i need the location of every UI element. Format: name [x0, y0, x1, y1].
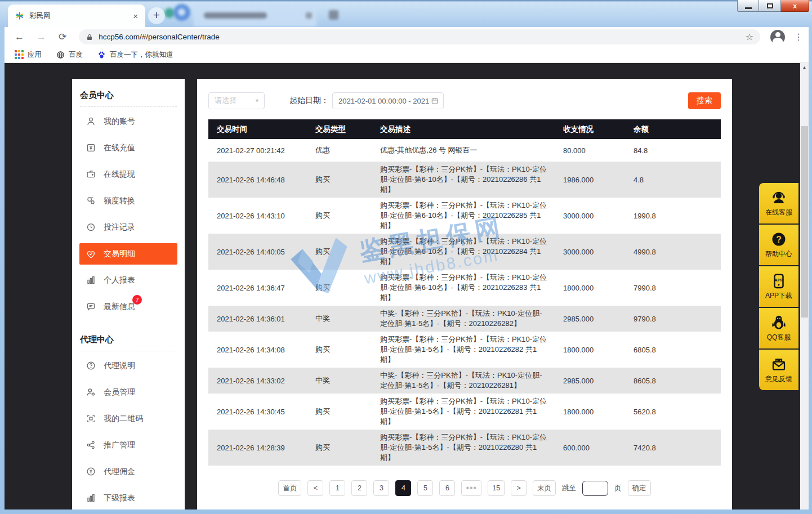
table-row: 2021-02-26 14:28:39 购买 购买彩票-【彩种：三分PK拾】-【…	[208, 430, 721, 466]
sidebar-item-online-recharge[interactable]: 在线充值	[72, 135, 185, 161]
page-first-button[interactable]: 首页	[278, 480, 301, 496]
sidebar-item-latest-news[interactable]: 最新信息 7	[72, 293, 185, 320]
service-app-button[interactable]: APP APP下载	[759, 266, 798, 307]
menu-dots-icon[interactable]: ⋮	[794, 32, 803, 42]
jump-input[interactable]	[582, 481, 608, 496]
page-next-button[interactable]: >	[511, 480, 527, 496]
cell-time: 2021-02-26 14:30:45	[208, 408, 307, 416]
scrollbar[interactable]: ▲	[800, 63, 809, 509]
question-circle-icon	[86, 360, 96, 371]
table-row: 2021-02-26 14:36:47 购买 购买彩票-【彩种：三分PK拾】-【…	[208, 270, 721, 306]
qrcode-icon	[86, 413, 96, 424]
table-row: 2021-02-26 14:34:08 购买 购买彩票-【彩种：三分PK拾】-【…	[208, 332, 721, 368]
cell-balance: 8605.8	[625, 377, 721, 385]
date-label: 起始日期：	[289, 96, 329, 106]
new-tab-button[interactable]: +	[148, 7, 165, 24]
bookmark-baidu[interactable]: 百度	[56, 50, 83, 60]
pagination: 首页 < 1 2 3 4 5 6 ••• 15 > 末页 跳至 页 确定	[197, 480, 732, 496]
envelope-icon	[770, 356, 787, 373]
cell-desc: 购买彩票-【彩种：三分PK拾】-【玩法：PK10-定位胆-定位胆-第6-10名】…	[372, 162, 555, 198]
service-online-button[interactable]: 在线客服	[759, 183, 798, 224]
bookmark-apps[interactable]: 应用	[15, 50, 42, 60]
sidebar-item-promotion-manage[interactable]: 推广管理	[72, 432, 185, 458]
sidebar-item-my-account[interactable]: 我的账号	[72, 108, 185, 135]
bar-chart-icon	[86, 275, 96, 285]
service-panel: 在线客服 ? 帮助中心 APP APP下载 QQ客服 意见反馈	[759, 183, 798, 390]
type-select[interactable]: 请选择 ▼	[208, 92, 265, 109]
cell-time: 2021-02-26 14:28:39	[208, 444, 307, 452]
page-number-button[interactable]: 6	[439, 480, 455, 496]
bookmark-baidu-search[interactable]: 百度一下，你就知道	[97, 50, 173, 60]
address-bar[interactable]: hccp56.com/#/personalCenter/trade ☆	[79, 29, 760, 44]
cell-amount: 1800.000	[555, 346, 625, 354]
sidebar-item-agent-commission[interactable]: 代理佣金	[72, 458, 185, 485]
section-heading-member-center: 会员中心	[72, 79, 185, 101]
page-last-button[interactable]: 末页	[533, 480, 556, 496]
sidebar-item-online-withdraw[interactable]: 在线提现	[72, 161, 185, 187]
cell-time: 2021-02-26 14:34:08	[208, 346, 307, 354]
cell-desc: 购买彩票-【彩种：三分PK拾】-【玩法：PK10-定位胆-定位胆-第1-5名】-…	[372, 332, 555, 368]
cell-type: 中奖	[307, 314, 372, 324]
back-button[interactable]: ←	[15, 32, 24, 43]
sidebar-item-sub-report[interactable]: 下级报表	[72, 485, 185, 509]
page-prev-button[interactable]: <	[307, 480, 323, 496]
divider	[80, 351, 177, 351]
minimize-button[interactable]	[737, 0, 759, 12]
chevron-down-icon: ▼	[255, 98, 260, 104]
cell-amount: 3000.000	[555, 248, 625, 256]
message-icon	[86, 301, 96, 312]
sidebar-item-my-qrcode[interactable]: 我的二维码	[72, 405, 185, 432]
column-header-desc: 交易描述	[372, 122, 555, 137]
table-row: 2021-02-26 14:43:10 购买 购买彩票-【彩种：三分PK拾】-【…	[208, 198, 721, 234]
sidebar-item-personal-report[interactable]: 个人报表	[72, 267, 185, 293]
cell-balance: 84.8	[625, 146, 721, 155]
page-number-button[interactable]: 15	[488, 480, 505, 496]
cell-type: 购买	[307, 175, 372, 185]
service-help-button[interactable]: ? 帮助中心	[759, 225, 798, 265]
cell-desc: 购买彩票-【彩种：三分PK拾】-【玩法：PK10-定位胆-定位胆-第1-5名】-…	[372, 430, 555, 466]
close-button[interactable]: x	[781, 0, 809, 12]
page-number-button[interactable]: 5	[417, 480, 433, 496]
cell-desc: 购买彩票-【彩种：三分PK拾】-【玩法：PK10-定位胆-定位胆-第1-5名】-…	[372, 394, 555, 430]
url-text: hccp56.com/#/personalCenter/trade	[99, 33, 745, 41]
sidebar-item-trade-details[interactable]: 交易明细	[79, 243, 177, 265]
cell-balance: 6805.8	[625, 346, 721, 354]
cell-type: 购买	[307, 406, 372, 417]
cell-time: 2021-02-26 14:40:05	[208, 248, 307, 256]
browser-window: 彩民网 × + x ← → ⟳ hccp56.com/#/personalCen…	[0, 0, 812, 514]
cell-type: 优惠	[307, 145, 372, 155]
cell-amount: 1800.000	[555, 408, 625, 416]
confirm-button[interactable]: 确定	[628, 480, 651, 496]
page-number-button-active[interactable]: 4	[395, 480, 411, 496]
sidebar-item-quota-transfer[interactable]: 额度转换	[72, 187, 185, 214]
column-header-amount: 收支情况	[555, 124, 625, 135]
page-ellipsis[interactable]: •••	[461, 480, 481, 496]
maximize-button[interactable]	[759, 0, 781, 12]
search-button[interactable]: 搜索	[688, 92, 721, 109]
page-number-button[interactable]: 2	[351, 480, 367, 496]
background-window-favicon	[173, 4, 190, 21]
bookmark-star-icon[interactable]: ☆	[746, 32, 753, 42]
svg-text:?: ?	[776, 235, 782, 244]
sidebar-item-member-manage[interactable]: 会员管理	[72, 379, 185, 405]
table-row: 2021-02-26 14:36:01 中奖 中奖-【彩种：三分PK拾】-【玩法…	[208, 306, 721, 332]
cell-type: 购买	[307, 283, 372, 293]
page-number-button[interactable]: 3	[373, 480, 389, 496]
table-row: 2021-02-26 14:46:48 购买 购买彩票-【彩种：三分PK拾】-【…	[208, 162, 721, 198]
trade-table: 交易时间 交易类型 交易描述 收支情况 余额 2021-02-27 00:21:…	[208, 119, 721, 466]
scroll-thumb[interactable]	[801, 126, 808, 318]
profile-avatar[interactable]	[770, 30, 785, 44]
service-qq-button[interactable]: QQ客服	[759, 308, 798, 348]
sidebar-item-agent-guide[interactable]: 代理说明	[72, 352, 185, 379]
service-feedback-button[interactable]: 意见反馈	[759, 350, 798, 390]
sidebar-item-bet-records[interactable]: 投注记录	[72, 214, 185, 240]
browser-tab[interactable]: 彩民网 ×	[8, 5, 145, 27]
column-header-balance: 余额	[625, 124, 721, 135]
date-range-input[interactable]: 2021-02-01 00:00:00 - 2021	[332, 92, 444, 109]
cell-balance: 4.8	[625, 176, 721, 184]
forward-button[interactable]: →	[37, 32, 46, 43]
scroll-up-icon[interactable]: ▲	[800, 63, 809, 72]
tab-close-icon[interactable]: ×	[131, 11, 140, 21]
refresh-button[interactable]: ⟳	[59, 31, 66, 43]
page-number-button[interactable]: 1	[329, 480, 345, 496]
